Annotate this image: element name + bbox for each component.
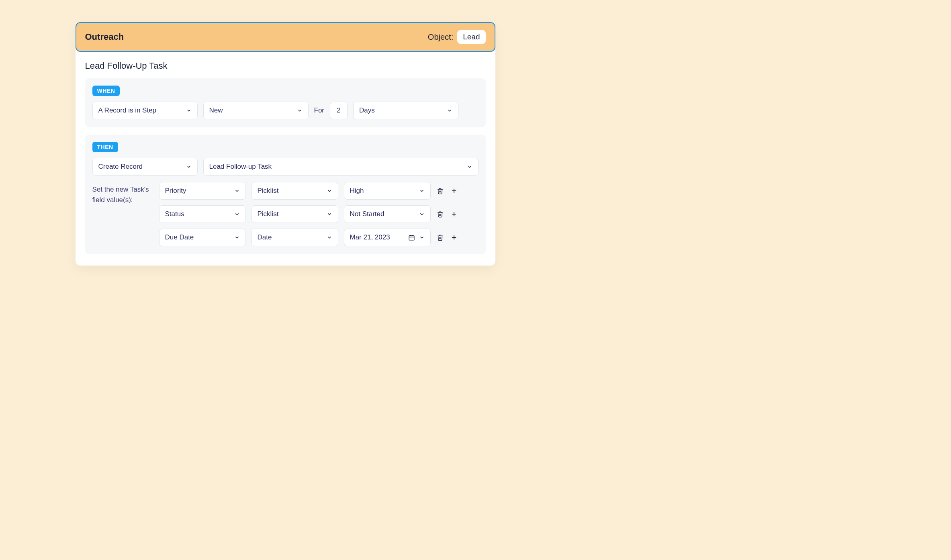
chevron-down-icon: [419, 188, 425, 194]
svg-rect-4: [409, 235, 414, 240]
when-block: WHEN A Record is in Step New For 2 Days: [85, 78, 486, 127]
chevron-down-icon: [186, 108, 192, 113]
field-value-date-select[interactable]: Mar 21, 2023: [344, 229, 431, 246]
chevron-down-icon: [327, 235, 332, 240]
field-type-select[interactable]: Date: [252, 229, 338, 246]
record-type-select-label: Lead Follow-up Task: [209, 163, 463, 171]
field-grid: Set the new Task's field value(s): Prior…: [92, 182, 479, 246]
plus-icon: [450, 211, 458, 218]
chevron-down-icon: [234, 188, 240, 194]
field-rows: Priority Picklist High: [159, 182, 479, 246]
card-header: Outreach Object: Lead: [76, 22, 495, 52]
delete-row-button[interactable]: [436, 187, 444, 195]
card-body: Lead Follow-Up Task WHEN A Record is in …: [76, 52, 495, 266]
section-title: Lead Follow-Up Task: [85, 61, 486, 71]
field-name-label: Due Date: [165, 233, 230, 241]
field-row: Due Date Date Mar 21, 2023: [159, 229, 479, 246]
plus-icon: [450, 187, 458, 194]
unit-select-label: Days: [359, 106, 443, 114]
field-row: Status Picklist Not Started: [159, 205, 479, 223]
chevron-down-icon: [297, 108, 303, 113]
record-type-select[interactable]: Lead Follow-up Task: [203, 158, 479, 176]
fields-label: Set the new Task's field value(s):: [92, 182, 153, 246]
add-row-button[interactable]: [450, 187, 458, 195]
trigger-select[interactable]: A Record is in Step: [92, 102, 198, 119]
field-value-select[interactable]: Not Started: [344, 205, 431, 223]
for-label: For: [314, 106, 325, 114]
chevron-down-icon: [419, 235, 425, 240]
field-name-label: Priority: [165, 187, 230, 195]
trigger-select-label: A Record is in Step: [98, 106, 182, 114]
field-row: Priority Picklist High: [159, 182, 479, 200]
plus-icon: [450, 234, 458, 241]
object-value-pill[interactable]: Lead: [457, 30, 485, 44]
field-value-label: Mar 21, 2023: [350, 233, 403, 241]
calendar-icon: [408, 234, 415, 241]
field-type-select[interactable]: Picklist: [252, 205, 338, 223]
trash-icon: [437, 188, 444, 194]
chevron-down-icon: [327, 188, 332, 194]
chevron-down-icon: [186, 164, 192, 170]
unit-select[interactable]: Days: [353, 102, 458, 119]
field-type-label: Date: [258, 233, 323, 241]
action-select-label: Create Record: [98, 163, 182, 171]
field-type-label: Picklist: [258, 187, 323, 195]
step-select-label: New: [209, 106, 293, 114]
field-type-label: Picklist: [258, 210, 323, 218]
step-select[interactable]: New: [203, 102, 309, 119]
then-block: THEN Create Record Lead Follow-up Task S…: [85, 135, 486, 254]
then-tag: THEN: [92, 142, 118, 152]
object-label: Object:: [428, 33, 453, 42]
action-select[interactable]: Create Record: [92, 158, 198, 176]
header-title: Outreach: [85, 32, 124, 42]
trash-icon: [437, 211, 444, 218]
delete-row-button[interactable]: [436, 210, 444, 218]
field-value-select[interactable]: High: [344, 182, 431, 200]
chevron-down-icon: [234, 235, 240, 240]
add-row-button[interactable]: [450, 210, 458, 218]
chevron-down-icon: [447, 108, 452, 113]
chevron-down-icon: [419, 211, 425, 217]
chevron-down-icon: [234, 211, 240, 217]
field-name-select[interactable]: Due Date: [159, 229, 246, 246]
delete-row-button[interactable]: [436, 233, 444, 241]
when-tag: WHEN: [92, 86, 120, 96]
field-name-label: Status: [165, 210, 230, 218]
add-row-button[interactable]: [450, 233, 458, 241]
header-object-group: Object: Lead: [428, 30, 486, 44]
then-top-row: Create Record Lead Follow-up Task: [92, 158, 479, 176]
when-row: A Record is in Step New For 2 Days: [92, 102, 479, 119]
chevron-down-icon: [467, 164, 472, 170]
field-name-select[interactable]: Priority: [159, 182, 246, 200]
chevron-down-icon: [327, 211, 332, 217]
for-value-input[interactable]: 2: [330, 102, 348, 119]
field-name-select[interactable]: Status: [159, 205, 246, 223]
workflow-card: Outreach Object: Lead Lead Follow-Up Tas…: [76, 22, 495, 266]
field-type-select[interactable]: Picklist: [252, 182, 338, 200]
field-value-label: High: [350, 187, 415, 195]
field-value-label: Not Started: [350, 210, 415, 218]
trash-icon: [437, 234, 444, 241]
